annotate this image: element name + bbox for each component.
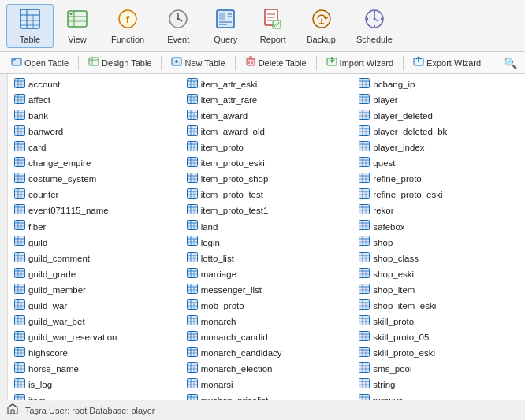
table-row-name: safebox (373, 221, 404, 235)
table-row-name: guild_war_bet (28, 315, 85, 329)
table-row[interactable]: refine_proto (356, 172, 522, 188)
table-row-icon (14, 94, 25, 108)
table-row-icon (187, 236, 198, 250)
table-row[interactable]: item_proto_test1 (184, 203, 350, 219)
table-row-name: string (373, 378, 395, 392)
table-row-name: shop_item (373, 284, 415, 298)
table-row-name: turnuva (373, 394, 403, 400)
table-row-icon (359, 252, 370, 266)
table-row[interactable]: shop_item_eski (356, 299, 522, 314)
table-row[interactable]: land (184, 219, 350, 235)
table-row[interactable]: shop_class (356, 251, 522, 267)
table-row[interactable]: string (356, 377, 522, 393)
table-row[interactable]: guild_war_bet (11, 314, 177, 330)
table-row[interactable]: card (11, 140, 177, 156)
table-row[interactable]: refine_proto_eski (356, 188, 522, 203)
table-row[interactable]: myshop_pricelist (184, 393, 350, 400)
table-row[interactable]: safebox (356, 219, 522, 235)
table-row[interactable]: rekor (356, 203, 522, 219)
table-row[interactable]: shop_eski (356, 267, 522, 283)
table-row[interactable]: marriage (184, 267, 350, 283)
svg-rect-115 (15, 268, 25, 277)
import-wizard-button[interactable]: Import Wizard (320, 54, 400, 72)
table-row[interactable]: messenger_list (184, 283, 350, 299)
toolbar-item-schedule[interactable]: Schedule (346, 4, 403, 48)
table-row[interactable]: item_proto_shop (184, 172, 350, 188)
table-row[interactable]: sms_pool (356, 362, 522, 377)
svg-rect-340 (359, 252, 370, 262)
table-row[interactable]: lotto_list (184, 251, 350, 267)
svg-rect-39 (12, 58, 21, 65)
table-row[interactable]: costume_system (11, 172, 177, 188)
table-row[interactable]: item_attr_eski (184, 77, 350, 93)
open-table-button[interactable]: Open Table (5, 54, 75, 72)
svg-rect-195 (187, 158, 197, 167)
table-row[interactable]: horse_name (11, 362, 177, 377)
table-row[interactable]: guild_comment (11, 251, 177, 267)
table-row-name: banword (28, 125, 63, 139)
svg-rect-310 (359, 158, 370, 167)
table-row-icon (187, 141, 198, 155)
table-row[interactable]: guild (11, 235, 177, 251)
toolbar-item-query[interactable]: Query (202, 4, 249, 48)
table-row[interactable]: pcbang_ip (356, 77, 522, 93)
toolbar-item-report[interactable]: Report (249, 4, 296, 48)
table-row-icon (359, 110, 370, 124)
table-row-name: player_deleted (373, 110, 432, 124)
table-row[interactable]: change_empire (11, 156, 177, 172)
table-row[interactable]: highscore (11, 346, 177, 362)
table-row[interactable]: monarch_candidacy (184, 346, 350, 362)
export-wizard-button[interactable]: Export Wizard (407, 54, 487, 72)
table-row[interactable]: monarch (184, 314, 350, 330)
table-row[interactable]: player_deleted (356, 109, 522, 125)
table-row[interactable]: item_proto_test (184, 188, 350, 203)
table-row[interactable]: shop (356, 235, 522, 251)
table-row[interactable]: quest (356, 156, 522, 172)
toolbar-item-function[interactable]: f Function (101, 4, 155, 48)
table-row[interactable]: banword (11, 125, 177, 140)
table-row[interactable]: guild_war (11, 299, 177, 314)
table-row[interactable]: counter (11, 188, 177, 203)
toolbar-item-table[interactable]: Table (6, 4, 54, 48)
table-row[interactable]: item_award_old (184, 125, 350, 140)
table-row[interactable]: item_proto_eski (184, 156, 350, 172)
table-row[interactable]: shop_item (356, 283, 522, 299)
table-row-name: monarsi (201, 378, 233, 392)
table-row[interactable]: item_award (184, 109, 350, 125)
new-table-button[interactable]: New Table (165, 54, 231, 72)
svg-rect-55 (15, 79, 25, 88)
table-row[interactable]: item_proto (184, 140, 350, 156)
table-row[interactable]: guild_member (11, 283, 177, 299)
table-row[interactable]: account (11, 77, 177, 93)
table-row[interactable]: skill_proto_05 (356, 330, 522, 346)
table-row[interactable]: monarsi (184, 377, 350, 393)
toolbar-item-event[interactable]: Event (155, 4, 202, 48)
table-row[interactable]: player (356, 93, 522, 109)
design-table-button[interactable]: Design Table (82, 54, 158, 72)
delete-table-button[interactable]: Delete Table (239, 54, 313, 72)
table-row[interactable]: item (11, 393, 177, 400)
table-row[interactable]: player_index (356, 140, 522, 156)
table-row[interactable]: guild_grade (11, 267, 177, 283)
svg-rect-295 (359, 110, 370, 120)
table-row[interactable]: is_log (11, 377, 177, 393)
table-row[interactable]: fiber (11, 219, 177, 235)
table-row[interactable]: login (184, 235, 350, 251)
table-row[interactable]: skill_proto (356, 314, 522, 330)
table-row[interactable]: guild_war_reservation (11, 330, 177, 346)
table-row[interactable]: monarch_election (184, 362, 350, 377)
table-row[interactable]: player_deleted_bk (356, 125, 522, 140)
search-button[interactable]: 🔍 (501, 55, 520, 71)
status-text: Taşra User: root Database: player (25, 406, 155, 415)
table-row[interactable]: mob_proto (184, 299, 350, 314)
table-row[interactable]: item_attr_rare (184, 93, 350, 109)
table-row[interactable]: bank (11, 109, 177, 125)
table-row[interactable]: skill_proto_eski (356, 346, 522, 362)
table-row[interactable]: turnuva (356, 393, 522, 400)
toolbar-item-backup[interactable]: Backup (296, 4, 346, 48)
table-row[interactable]: monarch_candid (184, 330, 350, 346)
toolbar-label-query: Query (214, 35, 237, 44)
toolbar-item-view[interactable]: View (54, 4, 101, 48)
table-row[interactable]: event071115_name (11, 203, 177, 219)
table-row[interactable]: affect (11, 93, 177, 109)
